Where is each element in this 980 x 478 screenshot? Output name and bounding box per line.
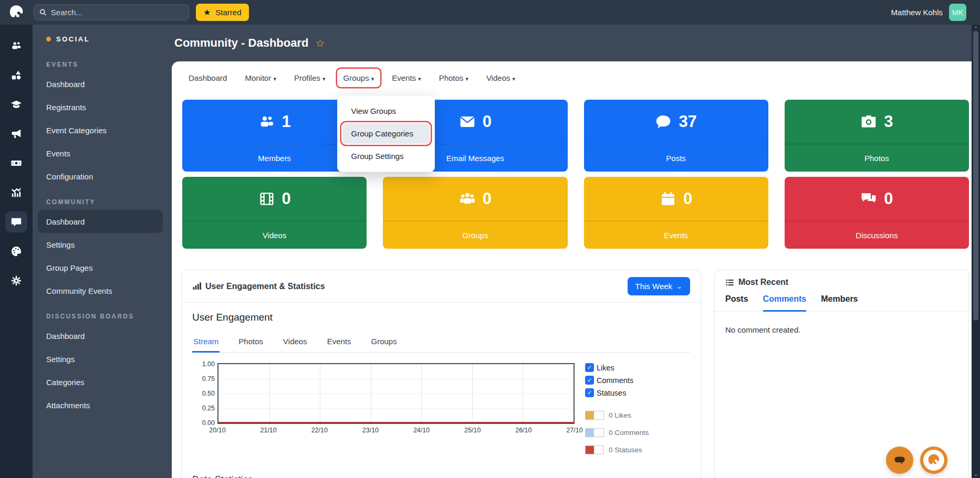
stat-value: 0	[483, 112, 492, 131]
nav-monitor[interactable]: Monitor▾	[238, 69, 283, 87]
scroll-down-arrow-icon[interactable]: ⌄	[972, 471, 980, 477]
stat-label: Videos	[182, 221, 367, 249]
sidebar-item-boards-categories[interactable]: Categories	[33, 370, 168, 394]
palette-icon[interactable]	[5, 241, 27, 262]
elephant-icon	[926, 452, 942, 468]
stat-value: 1	[282, 112, 291, 131]
x-tick: 22/10	[311, 427, 328, 434]
envelope-icon	[459, 113, 476, 130]
caret-down-icon: ▾	[273, 76, 276, 82]
sidebar-item-events-dashboard[interactable]: Dashboard	[33, 72, 168, 95]
x-tick: 21/10	[260, 427, 276, 434]
nav-groups[interactable]: Groups▾ View Groups Group Categories Gro…	[337, 69, 381, 87]
stat-card-groups[interactable]: 0 Groups	[383, 177, 567, 249]
most-recent-tabs: Posts Comments Members	[725, 294, 958, 311]
money-icon[interactable]	[5, 153, 27, 174]
nav-photos[interactable]: Photos▾	[433, 69, 475, 87]
favorite-star-icon[interactable]: ☆	[315, 37, 325, 49]
megaphone-icon[interactable]	[5, 123, 27, 144]
caret-down-icon: ▾	[465, 76, 468, 82]
sidebar-brand[interactable]: SOCIAL	[33, 35, 168, 43]
sidebar-item-community-events[interactable]: Community Events	[33, 279, 168, 302]
tab-groups[interactable]: Groups	[370, 333, 398, 353]
avatar[interactable]: MK	[949, 4, 966, 21]
caret-down-icon: ▾	[512, 76, 515, 82]
search-input[interactable]	[51, 8, 183, 17]
stat-card-posts[interactable]: 37 Posts	[584, 100, 768, 172]
sidebar-item-registrants[interactable]: Registrants	[33, 95, 168, 119]
tab-photos[interactable]: Photos	[237, 333, 264, 353]
checkbox-checked-icon: ✓	[585, 388, 594, 397]
brand-dot-icon	[46, 37, 51, 41]
nav-dashboard[interactable]: Dashboard	[182, 69, 233, 87]
analytics-icon[interactable]	[5, 182, 27, 203]
menu-item-group-categories[interactable]: Group Categories	[342, 123, 430, 144]
most-recent-title: Most Recent	[738, 278, 788, 287]
y-tick: 0.25	[202, 405, 215, 412]
stat-label: Posts	[584, 144, 768, 172]
stat-card-discussions[interactable]: 0 Discussions	[785, 177, 969, 249]
shapes-icon[interactable]	[5, 65, 27, 86]
graduation-cap-icon[interactable]	[5, 94, 27, 115]
stat-label: Events	[584, 221, 768, 249]
empty-state-message: No comment created.	[715, 312, 968, 348]
tab-members[interactable]: Members	[821, 294, 858, 312]
elephant-logo-icon[interactable]	[7, 4, 25, 22]
tab-events[interactable]: Events	[326, 333, 352, 353]
sidebar-item-community-dashboard[interactable]: Dashboard	[38, 210, 163, 233]
engagement-chart: 1.00 0.75 0.50 0.25 0.00	[217, 363, 575, 463]
nav-events[interactable]: Events▾	[385, 69, 427, 87]
toggle-statuses[interactable]: ✓ Statuses	[585, 388, 649, 397]
stat-value: 0	[884, 189, 893, 208]
film-icon	[258, 190, 275, 207]
nav-profiles[interactable]: Profiles▾	[288, 69, 332, 87]
sidebar-item-group-pages[interactable]: Group Pages	[33, 256, 168, 279]
page-header: Community - Dashboard ☆	[168, 25, 972, 61]
users-icon[interactable]	[5, 35, 27, 56]
period-selector-button[interactable]: This Week ⌄	[628, 277, 690, 295]
elephant-fab[interactable]	[920, 447, 947, 474]
engagement-section-title: User Engagement	[192, 312, 690, 323]
app-window: ★ Starred Matthew Kohls MK SOCIAL	[0, 0, 980, 478]
tab-posts[interactable]: Posts	[725, 294, 748, 312]
starred-button[interactable]: ★ Starred	[196, 4, 249, 21]
likes-swatch-icon	[585, 411, 604, 420]
sidebar-item-events[interactable]: Events	[33, 142, 168, 165]
sidebar-item-boards-dashboard[interactable]: Dashboard	[33, 324, 168, 347]
chat-bubble-fab[interactable]	[886, 447, 913, 474]
stat-card-events[interactable]: 0 Events	[584, 177, 768, 249]
sidebar-item-event-categories[interactable]: Event Categories	[33, 119, 168, 142]
menu-item-view-groups[interactable]: View Groups	[338, 101, 434, 121]
tab-videos[interactable]: Videos	[282, 333, 308, 353]
engagement-card-title: User Engagement & Statistics	[205, 282, 325, 291]
section-header-events: EVENTS	[33, 50, 168, 72]
gear-icon[interactable]	[5, 270, 27, 291]
sidebar-item-attachments[interactable]: Attachments	[33, 394, 168, 417]
toggle-likes[interactable]: ✓ Likes	[585, 363, 649, 372]
y-tick: 0.00	[202, 419, 215, 427]
comments-icon	[860, 190, 877, 207]
stat-value: 0	[282, 189, 291, 208]
comment-icon[interactable]	[5, 211, 27, 232]
tab-stream[interactable]: Stream	[192, 333, 220, 353]
section-header-discussion-boards: DISCUSSION BOARDS	[33, 302, 168, 324]
list-icon	[725, 278, 734, 287]
scrollbar-thumb[interactable]	[973, 31, 978, 321]
sidebar-item-configuration[interactable]: Configuration	[33, 165, 168, 188]
statuses-swatch-icon	[585, 445, 604, 454]
stat-card-photos[interactable]: 3 Photos	[785, 100, 969, 172]
stat-value: 0	[483, 189, 492, 208]
sidebar-item-community-settings[interactable]: Settings	[33, 233, 168, 256]
users-icon	[258, 113, 275, 130]
legend-comments: 0 Comments	[585, 428, 649, 437]
stat-card-videos[interactable]: 0 Videos	[182, 177, 367, 249]
section-header-community: COMMUNITY	[33, 188, 168, 210]
x-tick: 25/10	[464, 427, 481, 434]
module-navbar: Dashboard Monitor▾ Profiles▾ Groups▾ Vie…	[181, 67, 969, 88]
nav-videos[interactable]: Videos▾	[480, 69, 522, 87]
legend-statuses: 0 Statuses	[585, 445, 649, 454]
tab-comments[interactable]: Comments	[763, 294, 807, 312]
toggle-comments[interactable]: ✓ Comments	[585, 376, 649, 385]
menu-item-group-settings[interactable]: Group Settings	[338, 146, 434, 166]
sidebar-item-boards-settings[interactable]: Settings	[33, 347, 168, 370]
